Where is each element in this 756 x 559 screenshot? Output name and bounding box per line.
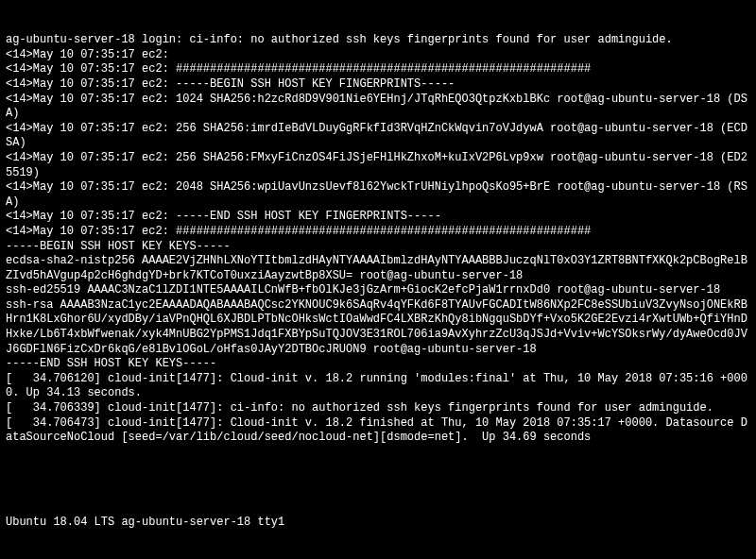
log-line: <14>May 10 07:35:17 ec2: 1024 SHA256:h2z… bbox=[6, 93, 750, 122]
log-line: <14>May 10 07:35:17 ec2: 256 SHA256:imrd… bbox=[6, 122, 750, 151]
log-line: <14>May 10 07:35:17 ec2: ###############… bbox=[6, 225, 750, 240]
log-line: <14>May 10 07:35:17 ec2: -----END SSH HO… bbox=[6, 210, 750, 225]
log-line: <14>May 10 07:35:17 ec2: -----BEGIN SSH … bbox=[6, 77, 750, 93]
log-line: <14>May 10 07:35:17 ec2: ###############… bbox=[6, 62, 750, 77]
log-line: ssh-rsa AAAAB3NzaC1yc2EAAAADAQABAAABAQCs… bbox=[6, 298, 750, 357]
log-line: ag-ubuntu-server-18 login: ci-info: no a… bbox=[6, 33, 750, 48]
log-line: <14>May 10 07:35:17 ec2: bbox=[6, 48, 750, 63]
log-line: -----BEGIN SSH HOST KEY KEYS----- bbox=[6, 240, 750, 255]
log-line: [ 34.706120] cloud-init[1477]: Cloud-ini… bbox=[6, 372, 750, 401]
log-line: ssh-ed25519 AAAAC3NzaC1lZDI1NTE5AAAAILCn… bbox=[6, 283, 750, 298]
log-line: [ 34.706473] cloud-init[1477]: Cloud-ini… bbox=[6, 416, 750, 446]
log-line: <14>May 10 07:35:17 ec2: 256 SHA256:FMxy… bbox=[6, 151, 750, 180]
log-line: -----END SSH HOST KEY KEYS----- bbox=[6, 357, 750, 372]
blank-line bbox=[6, 475, 750, 486]
boot-log-lines: ag-ubuntu-server-18 login: ci-info: no a… bbox=[6, 33, 750, 446]
os-identification-line: Ubuntu 18.04 LTS ag-ubuntu-server-18 tty… bbox=[6, 516, 750, 531]
terminal-output: ag-ubuntu-server-18 login: ci-info: no a… bbox=[0, 0, 756, 559]
log-line: <14>May 10 07:35:17 ec2: 2048 SHA256:wpi… bbox=[6, 180, 750, 210]
log-line: ecdsa-sha2-nistp256 AAAAE2VjZHNhLXNoYTIt… bbox=[6, 254, 750, 283]
log-line: [ 34.706339] cloud-init[1477]: ci-info: … bbox=[6, 401, 750, 416]
